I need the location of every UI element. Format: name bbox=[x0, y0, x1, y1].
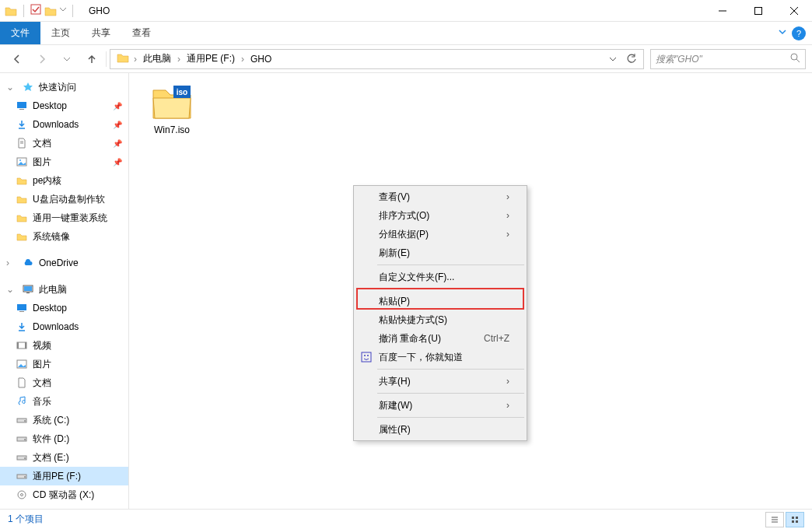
drive-icon bbox=[16, 414, 28, 426]
chevron-right-icon[interactable]: › bbox=[6, 257, 16, 268]
cm-refresh[interactable]: 刷新(E) bbox=[355, 243, 525, 262]
cm-undo[interactable]: 撤消 重命名(U)Ctrl+Z bbox=[355, 329, 525, 348]
sidebar-item-qa-reinstall[interactable]: 通用一键重装系统 bbox=[0, 208, 128, 227]
minimize-button[interactable] bbox=[705, 0, 740, 22]
qat-checkbox-icon[interactable] bbox=[30, 4, 41, 17]
cloud-icon bbox=[22, 257, 34, 269]
sidebar-item-pc-pictures[interactable]: 图片 bbox=[0, 355, 128, 373]
search-input[interactable] bbox=[656, 54, 789, 65]
folder-icon[interactable] bbox=[44, 5, 57, 17]
cm-sort[interactable]: 排序方式(O)› bbox=[355, 206, 525, 225]
breadcrumb-drive[interactable]: 通用PE (F:) bbox=[182, 52, 240, 65]
cm-share[interactable]: 共享(H)› bbox=[355, 372, 525, 391]
sidebar-quick-access[interactable]: ⌄ 快速访问 bbox=[0, 78, 128, 96]
sidebar-item-pc-desktop[interactable]: Desktop bbox=[0, 299, 128, 317]
menu-separator bbox=[377, 417, 524, 418]
cm-baidu[interactable]: 百度一下，你就知道 bbox=[355, 348, 525, 366]
menu-separator bbox=[377, 264, 524, 265]
view-details-button[interactable] bbox=[765, 512, 784, 527]
refresh-button[interactable] bbox=[623, 51, 640, 68]
nav-recent-button[interactable] bbox=[56, 48, 78, 70]
sidebar-item-pc-music[interactable]: 音乐 bbox=[0, 392, 128, 411]
chevron-down-icon[interactable]: ⌄ bbox=[6, 82, 16, 93]
sidebar-item-label: 通用PE (F:) bbox=[33, 470, 81, 483]
cm-label: 百度一下，你就知道 bbox=[379, 351, 463, 364]
breadcrumb-folder[interactable]: GHO bbox=[246, 54, 276, 65]
chevron-right-icon[interactable]: › bbox=[132, 54, 138, 65]
maximize-button[interactable] bbox=[740, 0, 776, 22]
cm-label: 新建(W) bbox=[379, 399, 412, 412]
chevron-right-icon: › bbox=[506, 210, 509, 221]
sidebar-onedrive[interactable]: ›OneDrive bbox=[0, 254, 128, 272]
cm-view[interactable]: 查看(V)› bbox=[355, 187, 525, 206]
cm-label: 分组依据(P) bbox=[379, 228, 429, 241]
sidebar-item-label: 图片 bbox=[33, 156, 51, 169]
address-bar[interactable]: › 此电脑 › 通用PE (F:) › GHO bbox=[110, 49, 644, 69]
baidu-icon bbox=[360, 351, 373, 363]
sidebar-this-pc[interactable]: ⌄此电脑 bbox=[0, 280, 128, 299]
cm-customize[interactable]: 自定义文件夹(F)... bbox=[355, 268, 525, 286]
breadcrumb-root[interactable]: 此电脑 bbox=[138, 52, 176, 65]
cm-paste[interactable]: 粘贴(P) bbox=[355, 292, 525, 310]
sidebar-item-qa-sysimg[interactable]: 系统镜像 bbox=[0, 227, 128, 246]
picture-icon bbox=[16, 156, 28, 168]
sidebar-item-pc-docs[interactable]: 文档 bbox=[0, 373, 128, 392]
sidebar-item-qa-ustart[interactable]: U盘启动盘制作软 bbox=[0, 190, 128, 208]
ribbon-tab-home[interactable]: 主页 bbox=[40, 22, 81, 44]
chevron-right-icon[interactable]: › bbox=[176, 54, 182, 65]
sidebar-item-label: 通用一键重装系统 bbox=[33, 212, 107, 225]
sidebar-item-qa-docs[interactable]: 文档📌 bbox=[0, 134, 128, 152]
svg-rect-45 bbox=[796, 520, 798, 523]
nav-forward-button[interactable] bbox=[31, 48, 53, 70]
chevron-right-icon[interactable]: › bbox=[240, 54, 246, 65]
sidebar-item-qa-desktop[interactable]: Desktop📌 bbox=[0, 96, 128, 115]
ribbon-expand-icon[interactable] bbox=[778, 27, 787, 39]
address-dropdown-button[interactable] bbox=[604, 51, 621, 68]
sidebar-item-pc-drive-c[interactable]: 系统 (C:) bbox=[0, 411, 128, 429]
cm-label: 自定义文件夹(F)... bbox=[379, 271, 454, 284]
sidebar-item-pc-videos[interactable]: 视频 bbox=[0, 336, 128, 355]
sidebar-item-pc-drive-e[interactable]: 文档 (E:) bbox=[0, 448, 128, 467]
svg-point-38 bbox=[367, 355, 369, 356]
sidebar-item-qa-downloads[interactable]: Downloads📌 bbox=[0, 115, 128, 134]
svg-rect-22 bbox=[25, 342, 26, 349]
video-icon bbox=[16, 339, 28, 352]
file-item[interactable]: iso Win7.iso bbox=[140, 81, 204, 138]
ribbon-tab-share[interactable]: 共享 bbox=[81, 22, 121, 44]
ribbon-tab-view[interactable]: 查看 bbox=[121, 22, 162, 44]
sidebar-item-qa-pe[interactable]: pe内核 bbox=[0, 171, 128, 190]
chevron-right-icon: › bbox=[506, 376, 509, 387]
help-button[interactable]: ? bbox=[792, 26, 806, 40]
chevron-down-icon[interactable]: ⌄ bbox=[6, 284, 16, 295]
nav-back-button[interactable] bbox=[6, 48, 28, 70]
star-icon bbox=[22, 81, 34, 93]
sidebar-item-pc-cd-x[interactable]: CD 驱动器 (X:) bbox=[0, 485, 128, 504]
pin-icon: 📌 bbox=[113, 139, 122, 148]
folder-icon bbox=[16, 230, 28, 243]
sidebar-item-pc-drive-f[interactable]: 通用PE (F:) bbox=[0, 467, 128, 485]
drive-icon bbox=[16, 470, 28, 482]
sidebar-item-label: 文档 bbox=[33, 377, 51, 390]
drive-icon bbox=[16, 433, 28, 445]
sidebar: ⌄ 快速访问 Desktop📌 Downloads📌 文档📌 图片📌 pe内核 … bbox=[0, 73, 129, 509]
folder-icon bbox=[16, 212, 28, 224]
qat-dropdown-icon[interactable] bbox=[60, 4, 66, 17]
sidebar-item-label: 文档 bbox=[33, 137, 51, 150]
sidebar-item-pc-downloads[interactable]: Downloads bbox=[0, 317, 128, 336]
search-icon[interactable] bbox=[789, 52, 800, 65]
svg-point-33 bbox=[21, 494, 23, 496]
cm-group[interactable]: 分组依据(P)› bbox=[355, 225, 525, 243]
cm-label: 共享(H) bbox=[379, 375, 411, 388]
sidebar-item-qa-pictures[interactable]: 图片📌 bbox=[0, 152, 128, 171]
search-box[interactable] bbox=[650, 49, 806, 69]
close-button[interactable] bbox=[776, 0, 812, 22]
svg-text:iso: iso bbox=[177, 88, 187, 96]
sidebar-item-pc-drive-d[interactable]: 软件 (D:) bbox=[0, 429, 128, 448]
cm-paste-shortcut[interactable]: 粘贴快捷方式(S) bbox=[355, 310, 525, 329]
nav-up-button[interactable] bbox=[81, 48, 103, 70]
svg-rect-21 bbox=[17, 342, 19, 349]
cm-new[interactable]: 新建(W)› bbox=[355, 396, 525, 415]
view-icons-button[interactable] bbox=[786, 512, 804, 527]
cm-properties[interactable]: 属性(R) bbox=[355, 420, 525, 439]
ribbon-tab-file[interactable]: 文件 bbox=[0, 22, 40, 44]
